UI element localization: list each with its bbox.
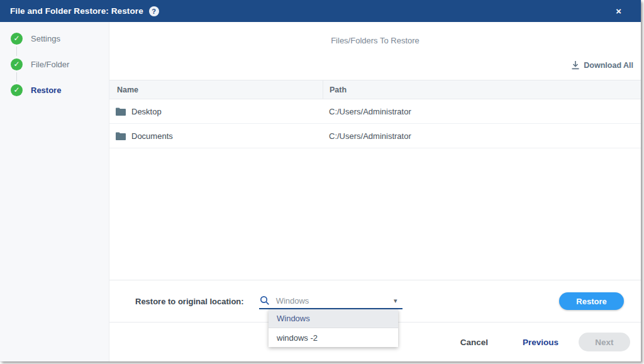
content-top-area: Files/Folders To Restore Download All — [109, 22, 641, 80]
table-row-desktop[interactable]: Desktop C:/Users/Administrator — [109, 99, 641, 124]
dropdown-option-windows[interactable]: Windows — [269, 309, 398, 328]
sidebar-step-label: Settings — [31, 34, 60, 43]
sidebar-step-label: File/Folder — [31, 60, 69, 69]
check-circle-icon: ✓ — [11, 58, 23, 70]
wizard-sidebar: ✓ Settings ✓ File/Folder ✓ Restore — [0, 22, 109, 361]
file-folder-restore-dialog: File and Folder Restore: Restore ? × ✓ S… — [0, 0, 641, 361]
column-header-name[interactable]: Name — [109, 80, 323, 99]
help-icon[interactable]: ? — [149, 6, 159, 16]
cancel-button[interactable]: Cancel — [460, 338, 488, 347]
table-empty-space — [109, 148, 641, 280]
dialog-titlebar: File and Folder Restore: Restore ? × — [0, 0, 641, 22]
row-name-cell: Documents — [109, 131, 323, 141]
close-icon[interactable]: × — [616, 6, 621, 16]
dropdown-option-windows-2[interactable]: windows -2 — [269, 328, 398, 347]
folder-icon — [116, 108, 126, 116]
check-circle-icon: ✓ — [11, 33, 23, 45]
restore-button[interactable]: Restore — [559, 292, 624, 310]
step-connector-line — [16, 47, 17, 56]
select-current-value: Windows — [276, 296, 309, 306]
step-connector-line — [16, 72, 17, 82]
restore-location-select[interactable]: Windows ▾ — [259, 293, 402, 309]
page-title: Files/Folders To Restore — [109, 36, 641, 45]
search-icon — [260, 295, 270, 306]
row-name-cell: Desktop — [109, 107, 323, 116]
row-name-label: Desktop — [131, 107, 162, 116]
sidebar-step-label: Restore — [31, 85, 61, 95]
sidebar-step-file-folder[interactable]: ✓ File/Folder — [0, 58, 109, 70]
download-icon — [572, 61, 579, 70]
row-path-cell: C:/Users/Administrator — [323, 107, 641, 116]
previous-button[interactable]: Previous — [523, 338, 558, 347]
next-button-disabled[interactable]: Next — [579, 333, 630, 351]
download-all-button[interactable]: Download All — [572, 61, 633, 70]
location-dropdown-menu: Windows windows -2 — [269, 309, 398, 347]
sidebar-step-settings[interactable]: ✓ Settings — [0, 32, 109, 45]
folder-icon — [116, 132, 126, 140]
download-all-label: Download All — [584, 61, 633, 70]
dialog-title: File and Folder Restore: Restore — [10, 6, 143, 16]
table-row-documents[interactable]: Documents C:/Users/Administrator — [109, 124, 641, 148]
restore-location-label: Restore to original location: — [135, 297, 244, 306]
table-header: Name Path — [109, 80, 641, 99]
row-path-cell: C:/Users/Administrator — [323, 131, 641, 141]
column-header-path[interactable]: Path — [323, 80, 641, 99]
chevron-down-icon: ▾ — [394, 297, 397, 305]
sidebar-step-restore[interactable]: ✓ Restore — [0, 84, 109, 96]
row-name-label: Documents — [131, 131, 173, 141]
check-circle-icon: ✓ — [11, 84, 23, 96]
